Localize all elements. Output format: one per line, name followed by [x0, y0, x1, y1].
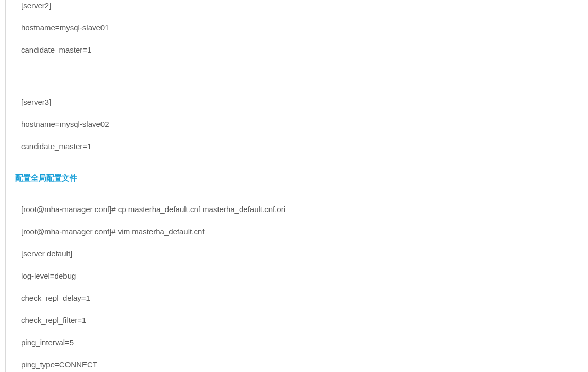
config-line: check_repl_delay=1 [21, 293, 588, 303]
section-heading-global-config: 配置全局配置文件 [15, 172, 588, 183]
config-line: ping_type=CONNECT [21, 359, 588, 370]
config-line: check_repl_filter=1 [21, 315, 588, 326]
terminal-line: [root@mha-manager conf]# cp masterha_def… [21, 204, 588, 215]
config-line: candidate_master=1 [21, 44, 588, 55]
spacer [21, 67, 588, 96]
config-line: hostname=mysql-slave02 [21, 119, 588, 130]
config-line: [server default] [21, 248, 588, 259]
terminal-line: [root@mha-manager conf]# vim masterha_de… [21, 226, 588, 237]
config-line: candidate_master=1 [21, 141, 588, 152]
config-line: log-level=debug [21, 270, 588, 281]
article-content: [server2] hostname=mysql-slave01 candida… [5, 0, 588, 372]
config-line: ping_interval=5 [21, 337, 588, 348]
config-line: hostname=mysql-slave01 [21, 22, 588, 33]
config-line: [server3] [21, 96, 588, 107]
config-line: [server2] [21, 0, 588, 11]
